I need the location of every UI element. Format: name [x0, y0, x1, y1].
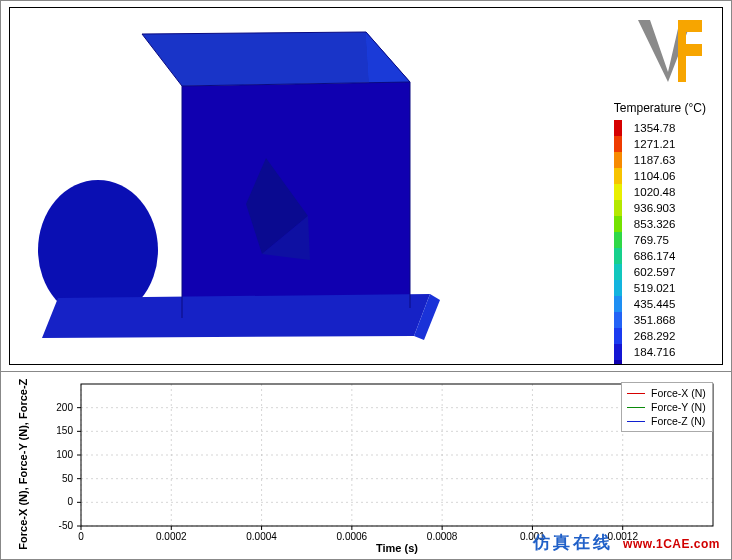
legend-swatch [614, 168, 622, 184]
legend-value: 936.903 [634, 200, 676, 216]
legend-swatch [614, 360, 622, 365]
window: Temperature (°C) 1354.781271.211187.6311… [0, 0, 732, 560]
legend-title: Temperature (°C) [614, 100, 706, 116]
watermark-url: www.1CAE.com [623, 537, 720, 551]
watermark-cn: 仿真在线 [533, 533, 613, 552]
legend-value: 769.75 [634, 232, 669, 248]
series-line-icon [627, 393, 645, 394]
legend-row: 1104.06 [614, 168, 706, 184]
svg-text:0: 0 [78, 531, 84, 542]
legend-row: 184.716 [614, 344, 706, 360]
legend-value: 519.021 [634, 280, 676, 296]
viewport-3d[interactable]: Temperature (°C) 1354.781271.211187.6311… [9, 7, 723, 365]
legend-value: 184.716 [634, 344, 676, 360]
legend-swatch [614, 184, 622, 200]
legend-row: 101.139 [614, 360, 706, 365]
svg-text:-50: -50 [59, 520, 74, 531]
app-logo [632, 18, 702, 84]
force-chart[interactable]: -5005010015020000.00020.00040.00060.0008… [9, 378, 723, 554]
legend-swatch [614, 264, 622, 280]
legend-row: 853.326 [614, 216, 706, 232]
legend-swatch [614, 120, 622, 136]
series-line-icon [627, 421, 645, 422]
legend-row: 351.868 [614, 312, 706, 328]
legend-value: 1187.63 [634, 152, 676, 168]
legend-value: 1271.21 [634, 136, 676, 152]
series-label: Force-Z (N) [651, 415, 705, 427]
legend-swatch [614, 152, 622, 168]
legend-row: 769.75 [614, 232, 706, 248]
svg-text:0.0006: 0.0006 [337, 531, 368, 542]
legend-swatch [614, 344, 622, 360]
legend-value: 853.326 [634, 216, 676, 232]
series-label: Force-Y (N) [651, 401, 706, 413]
legend-row: 435.445 [614, 296, 706, 312]
svg-text:100: 100 [56, 449, 73, 460]
svg-text:0.0004: 0.0004 [246, 531, 277, 542]
legend-row: 1187.63 [614, 152, 706, 168]
legend-swatch [614, 280, 622, 296]
svg-text:200: 200 [56, 402, 73, 413]
logo-icon [632, 18, 702, 82]
legend-row: 602.597 [614, 264, 706, 280]
svg-text:Time (s): Time (s) [376, 542, 418, 554]
legend-row: 1354.78 [614, 120, 706, 136]
legend-value: 351.868 [634, 312, 676, 328]
legend-swatch [614, 296, 622, 312]
legend-value: 1354.78 [634, 120, 676, 136]
legend-value: 435.445 [634, 296, 676, 312]
svg-text:50: 50 [62, 473, 74, 484]
series-row: Force-Y (N) [627, 400, 707, 414]
legend-swatch [614, 328, 622, 344]
svg-text:0.0002: 0.0002 [156, 531, 187, 542]
legend-row: 268.292 [614, 328, 706, 344]
legend-value: 1020.48 [634, 184, 676, 200]
legend-row: 1271.21 [614, 136, 706, 152]
legend-value: 602.597 [634, 264, 676, 280]
series-label: Force-X (N) [651, 387, 706, 399]
legend-swatch [614, 216, 622, 232]
series-row: Force-Z (N) [627, 414, 707, 428]
svg-text:0: 0 [67, 496, 73, 507]
legend-row: 1020.48 [614, 184, 706, 200]
watermark: 仿真在线 www.1CAE.com [533, 531, 720, 554]
svg-text:0.0008: 0.0008 [427, 531, 458, 542]
force-chart-svg: -5005010015020000.00020.00040.00060.0008… [9, 378, 723, 554]
legend-value: 101.139 [634, 360, 676, 365]
temperature-legend: Temperature (°C) 1354.781271.211187.6311… [614, 100, 706, 365]
series-line-icon [627, 407, 645, 408]
viewport-panel: Temperature (°C) 1354.781271.211187.6311… [1, 1, 731, 371]
legend-swatch [614, 312, 622, 328]
svg-text:Force-X (N), Force-Y (N), Forc: Force-X (N), Force-Y (N), Force-Z (N) [17, 378, 29, 550]
legend-swatch [614, 232, 622, 248]
legend-value: 268.292 [634, 328, 676, 344]
legend-swatch [614, 200, 622, 216]
legend-row: 519.021 [614, 280, 706, 296]
svg-marker-10 [678, 20, 702, 82]
series-row: Force-X (N) [627, 386, 707, 400]
legend-swatch [614, 136, 622, 152]
legend-row: 936.903 [614, 200, 706, 216]
legend-value: 1104.06 [634, 168, 676, 184]
legend-row: 686.174 [614, 248, 706, 264]
svg-text:150: 150 [56, 425, 73, 436]
legend-swatch [614, 248, 622, 264]
legend-value: 686.174 [634, 248, 676, 264]
chart-legend: Force-X (N)Force-Y (N)Force-Z (N) [621, 382, 713, 432]
svg-marker-7 [42, 294, 430, 338]
